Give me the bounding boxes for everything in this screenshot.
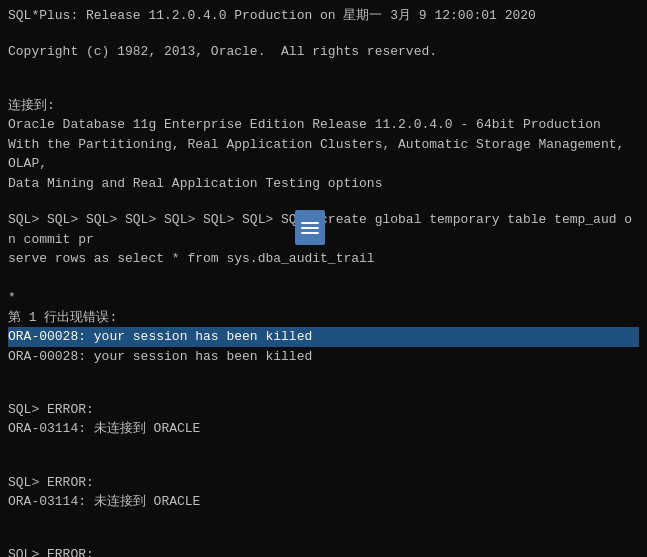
terminal-line: 连接到:: [8, 96, 639, 116]
terminal-line: [8, 79, 639, 96]
terminal-line: ORA-03114: 未连接到 ORACLE: [8, 492, 639, 512]
terminal-line: [8, 456, 639, 473]
popup-icon-line3: [301, 232, 319, 234]
terminal-line: [8, 529, 639, 546]
terminal-line: SQL> ERROR:: [8, 545, 639, 557]
terminal-line: [8, 383, 639, 400]
terminal-line: ORA-03114: 未连接到 ORACLE: [8, 419, 639, 439]
terminal-line: SQL*Plus: Release 11.2.0.4.0 Production …: [8, 6, 639, 26]
terminal-content: SQL*Plus: Release 11.2.0.4.0 Production …: [8, 6, 639, 557]
terminal-line: ORA-00028: your session has been killed: [8, 327, 639, 347]
terminal-line: *: [8, 269, 639, 308]
terminal-line: Copyright (c) 1982, 2013, Oracle. All ri…: [8, 42, 639, 62]
terminal-line: 第 1 行出现错误:: [8, 308, 639, 328]
terminal-line: Data Mining and Real Application Testing…: [8, 174, 639, 194]
terminal-line: With the Partitioning, Real Application …: [8, 135, 639, 174]
terminal-line: [8, 512, 639, 529]
popup-icon-line2: [301, 227, 319, 229]
terminal-line: [8, 193, 639, 210]
terminal-line: [8, 439, 639, 456]
popup-icon: [295, 210, 325, 245]
terminal-line: SQL> ERROR:: [8, 400, 639, 420]
terminal-line: [8, 62, 639, 79]
terminal-line: [8, 366, 639, 383]
terminal-line: [8, 26, 639, 43]
terminal-line: SQL> ERROR:: [8, 473, 639, 493]
popup-icon-line1: [301, 222, 319, 224]
terminal-line: Oracle Database 11g Enterprise Edition R…: [8, 115, 639, 135]
terminal-window: SQL*Plus: Release 11.2.0.4.0 Production …: [0, 0, 647, 557]
terminal-line: serve rows as select * from sys.dba_audi…: [8, 249, 639, 269]
terminal-line: ORA-00028: your session has been killed: [8, 347, 639, 367]
